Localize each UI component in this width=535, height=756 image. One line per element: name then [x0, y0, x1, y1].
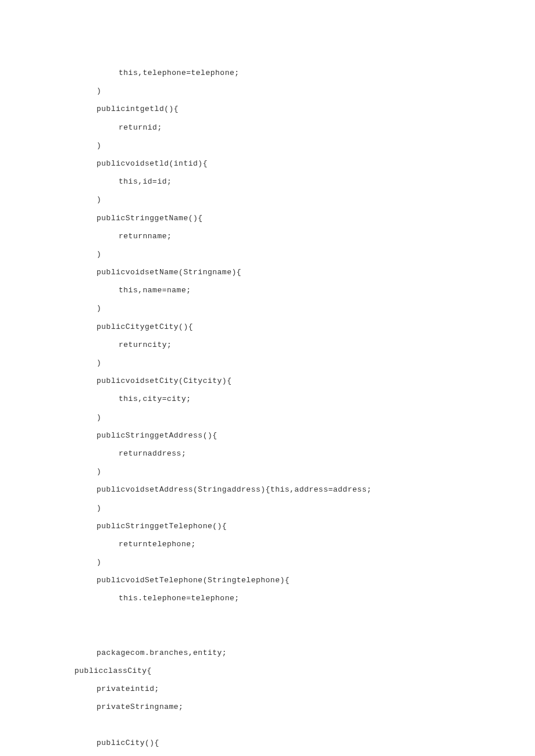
code-line: returnname;: [74, 227, 500, 245]
code-line: publicCity(){: [74, 734, 500, 752]
code-line: publicvoidSetTelephone(Stringtelephone){: [74, 571, 500, 589]
code-line: ): [74, 245, 500, 263]
code-line: super();: [74, 753, 500, 756]
code-line: publicclassCity{: [74, 662, 500, 680]
code-line: publicCitygetCity(){: [74, 318, 500, 336]
code-line: this,name=name;: [74, 281, 500, 299]
code-line: publicStringgetTelephone(){: [74, 517, 500, 535]
code-line: publicStringgetAddress(){: [74, 427, 500, 445]
code-line: publicvoidsetCity(Citycity){: [74, 372, 500, 390]
code-line: ): [74, 82, 500, 100]
code-line: publicStringgetName(){: [74, 209, 500, 227]
blank-line: [74, 608, 500, 626]
code-line: publicintgetld(){: [74, 100, 500, 118]
code-line: returnaddress;: [74, 445, 500, 463]
blank-line: [74, 716, 500, 734]
code-line: ): [74, 553, 500, 571]
code-line: this.telephone=telephone;: [74, 589, 500, 607]
code-line: this,city=city;: [74, 390, 500, 408]
code-line: ): [74, 463, 500, 481]
code-line: ): [74, 191, 500, 209]
code-line: returncity;: [74, 336, 500, 354]
code-line: ): [74, 499, 500, 517]
code-line: returntelephone;: [74, 535, 500, 553]
code-line: packagecom.branches,entity;: [74, 644, 500, 662]
code-line: ): [74, 299, 500, 317]
code-line: returnid;: [74, 119, 500, 137]
code-line: publicvoidsetAddress(Stringaddress){this…: [74, 481, 500, 499]
code-document: this,telephone=telephone;)publicintgetld…: [0, 0, 535, 756]
code-line: ): [74, 354, 500, 372]
code-line: ): [74, 137, 500, 155]
code-line: this,telephone=telephone;: [74, 64, 500, 82]
code-line: privateStringname;: [74, 698, 500, 716]
code-line: publicvoidsetName(Stringname){: [74, 263, 500, 281]
code-line: privateintid;: [74, 680, 500, 698]
code-line: publicvoidsetld(intid){: [74, 155, 500, 173]
code-line: this,id=id;: [74, 173, 500, 191]
blank-line: [74, 626, 500, 644]
code-line: ): [74, 409, 500, 427]
